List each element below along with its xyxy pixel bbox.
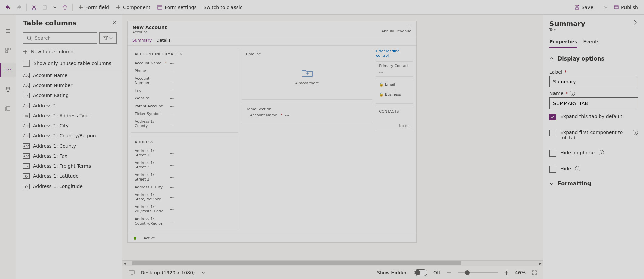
field-row[interactable]: Address 1: State/Province--- bbox=[135, 191, 235, 203]
add-form-field-button[interactable]: Form field bbox=[75, 3, 112, 12]
show-unused-checkbox-row[interactable]: Show only unused table columns bbox=[16, 56, 122, 70]
tab-summary[interactable]: Summary bbox=[132, 36, 152, 45]
section-account-info[interactable]: ACCOUNT INFORMATION Account Name*---Phon… bbox=[131, 49, 238, 133]
form-settings-label: Form settings bbox=[165, 5, 197, 10]
new-table-column-button[interactable]: New table column bbox=[16, 47, 122, 56]
formatting-header[interactable]: Formatting bbox=[549, 180, 638, 187]
field-row[interactable]: Address 1: ZIP/Postal Code--- bbox=[135, 203, 235, 215]
info-icon[interactable]: i bbox=[570, 91, 575, 96]
save-dropdown[interactable] bbox=[601, 3, 610, 11]
publish-button[interactable]: Publish bbox=[610, 3, 641, 12]
rail-tree[interactable] bbox=[0, 83, 16, 96]
info-icon[interactable]: i bbox=[599, 150, 604, 155]
column-item[interactable]: ▭Address 1: Address Type bbox=[16, 111, 122, 121]
contacts-card[interactable]: CONTACTS No da bbox=[376, 107, 413, 130]
field-row[interactable]: Fax--- bbox=[135, 87, 235, 94]
column-item[interactable]: AbcAccount Number bbox=[16, 80, 122, 90]
expand-default-row[interactable]: Expand this tab by default bbox=[549, 114, 638, 120]
section-demo[interactable]: Demo Section Account Name * --- bbox=[242, 104, 372, 122]
chevron-down-icon[interactable] bbox=[201, 271, 205, 275]
expand-first-checkbox[interactable] bbox=[549, 130, 556, 136]
delete-button[interactable] bbox=[60, 3, 70, 12]
field-row[interactable]: Address 1: County--- bbox=[135, 118, 235, 130]
filter-button[interactable] bbox=[99, 32, 117, 44]
paste-dropdown[interactable] bbox=[50, 3, 60, 11]
rail-components[interactable] bbox=[0, 44, 16, 57]
paste-button[interactable] bbox=[39, 3, 50, 12]
field-row[interactable]: Phone--- bbox=[135, 67, 235, 75]
column-label: Address 1 bbox=[33, 103, 56, 108]
search-input[interactable] bbox=[35, 35, 94, 41]
field-row[interactable]: Account Name*--- bbox=[135, 59, 235, 67]
device-label[interactable]: Desktop (1920 x 1080) bbox=[141, 270, 195, 275]
horizontal-scrollbar[interactable]: ◂ ▸ bbox=[122, 260, 543, 266]
rail-form-libraries[interactable] bbox=[0, 102, 16, 116]
form-settings-button[interactable]: Form settings bbox=[154, 3, 200, 12]
layers-icon bbox=[5, 86, 11, 92]
section-timeline[interactable]: Timeline Almost there bbox=[242, 49, 372, 100]
cut-button[interactable] bbox=[29, 3, 39, 12]
add-component-button[interactable]: Component bbox=[112, 3, 154, 12]
field-row[interactable]: Address 1: Street 3--- bbox=[135, 171, 235, 183]
column-item[interactable]: ▭Account Rating bbox=[16, 90, 122, 101]
hide-checkbox[interactable] bbox=[549, 166, 556, 173]
column-item[interactable]: AbcAddress 1 bbox=[16, 101, 122, 111]
opt-type-icon: ▭ bbox=[23, 93, 30, 98]
tab-properties[interactable]: Properties bbox=[549, 36, 577, 48]
column-item[interactable]: AbcAddress 1: Fax bbox=[16, 151, 122, 161]
expand-default-checkbox[interactable] bbox=[549, 114, 556, 120]
form-preview[interactable]: New Account Account ⋯ Annual Revenue Sum… bbox=[127, 21, 417, 243]
field-row[interactable]: Website--- bbox=[135, 94, 235, 102]
info-icon[interactable]: i bbox=[575, 166, 580, 171]
error-loading-link[interactable]: Error loading control bbox=[376, 49, 413, 58]
zoom-in[interactable]: + bbox=[504, 269, 509, 276]
tab-events[interactable]: Events bbox=[583, 36, 599, 48]
expand-pane-button[interactable] bbox=[633, 19, 638, 26]
form-entity: Account bbox=[132, 30, 167, 34]
zoom-out[interactable]: − bbox=[446, 269, 452, 276]
column-item[interactable]: AbcAddress 1: City bbox=[16, 121, 122, 131]
rail-hamburger[interactable] bbox=[0, 24, 16, 38]
name-input[interactable] bbox=[549, 97, 638, 109]
field-row[interactable]: Address 1: Country/Region--- bbox=[135, 215, 235, 227]
columns-list[interactable]: AbcAccount NameAbcAccount Number▭Account… bbox=[16, 70, 122, 279]
column-item[interactable]: ▭Address 1: Freight Terms bbox=[16, 161, 122, 171]
show-unused-checkbox[interactable] bbox=[23, 60, 30, 67]
column-item[interactable]: AbcAccount Name bbox=[16, 70, 122, 80]
primary-contact-card[interactable]: Primary Contact --- bbox=[376, 61, 413, 77]
hide-phone-row[interactable]: Hide on phone i bbox=[549, 150, 638, 157]
save-button[interactable]: Save bbox=[571, 3, 597, 12]
switch-to-classic-button[interactable]: Switch to classic bbox=[200, 3, 246, 12]
field-row[interactable]: Address 1: City--- bbox=[135, 183, 235, 191]
hide-row[interactable]: Hide i bbox=[549, 166, 638, 173]
paste-icon bbox=[42, 5, 47, 10]
plus-icon bbox=[116, 5, 121, 10]
hide-phone-checkbox[interactable] bbox=[549, 150, 556, 157]
expand-first-row[interactable]: Expand first component to full tab i bbox=[549, 130, 638, 141]
field-row[interactable]: Address 1: Street 2--- bbox=[135, 159, 235, 171]
column-item[interactable]: ◐Address 1: Longitude bbox=[16, 181, 122, 191]
display-options-header[interactable]: Display options bbox=[549, 55, 638, 62]
redo-button[interactable] bbox=[13, 3, 24, 12]
email-card[interactable]: 🔒 Email --- 🔒 Business --- bbox=[376, 80, 413, 104]
fit-to-screen-icon[interactable] bbox=[532, 270, 537, 275]
close-columns-pane[interactable] bbox=[112, 20, 117, 26]
field-row[interactable]: Account Name * --- bbox=[245, 111, 369, 119]
section-address[interactable]: ADDRESS Address 1: Street 1---Address 1:… bbox=[131, 137, 238, 230]
field-row[interactable]: Account Number--- bbox=[135, 75, 235, 87]
rail-table-columns[interactable]: Abc bbox=[0, 63, 16, 77]
column-item[interactable]: ◐Address 1: Latitude bbox=[16, 171, 122, 181]
zoom-slider[interactable] bbox=[458, 272, 498, 273]
undo-button[interactable] bbox=[3, 3, 13, 12]
column-item[interactable]: AbcAddress 1: Country/Region bbox=[16, 131, 122, 141]
field-row[interactable]: Ticker Symbol--- bbox=[135, 110, 235, 118]
label-input[interactable] bbox=[549, 76, 638, 87]
field-row[interactable]: Parent Account--- bbox=[135, 102, 235, 110]
tab-details[interactable]: Details bbox=[156, 36, 171, 45]
header-more[interactable]: ⋯ bbox=[381, 25, 412, 29]
field-row[interactable]: Address 1: Street 1--- bbox=[135, 147, 235, 159]
search-input-wrapper[interactable] bbox=[23, 32, 97, 44]
column-item[interactable]: AbcAddress 1: County bbox=[16, 141, 122, 151]
show-hidden-toggle[interactable] bbox=[414, 269, 427, 276]
info-icon[interactable]: i bbox=[633, 130, 638, 135]
